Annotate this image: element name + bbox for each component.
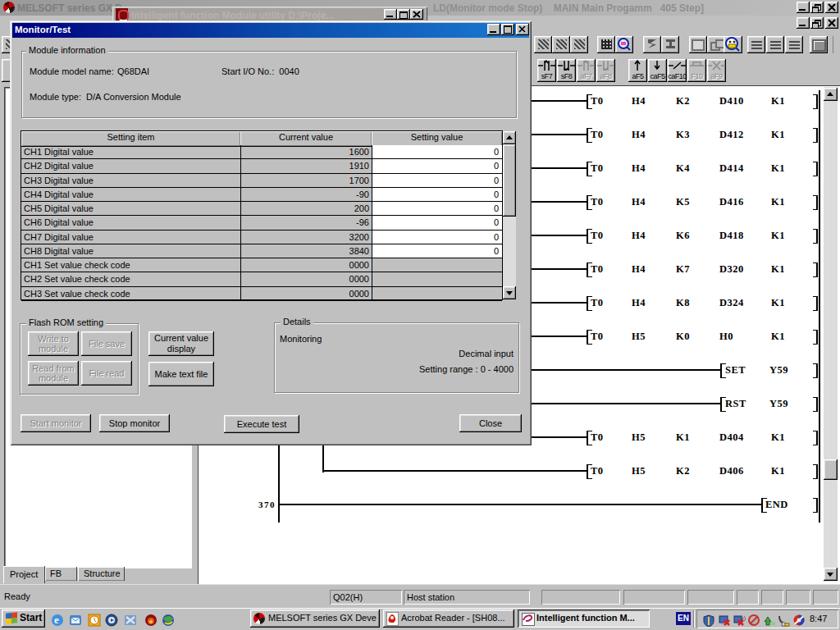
svg-text:e: e	[54, 614, 59, 626]
